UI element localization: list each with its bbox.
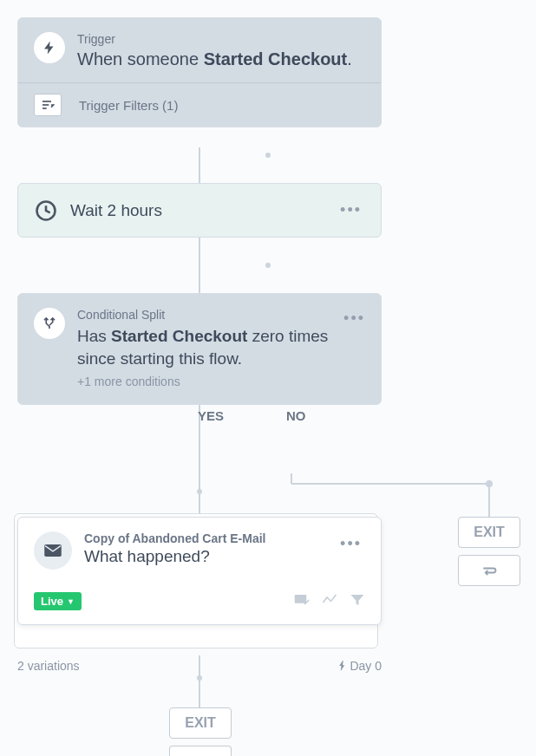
svg-point-1 [197, 675, 202, 681]
connector-dot [265, 263, 271, 268]
email-subject: What happened? [84, 547, 324, 566]
filter-icon [34, 94, 62, 116]
node-partial [169, 746, 232, 756]
email-card[interactable]: Copy of Abandoned Cart E-Mail What happe… [17, 517, 382, 625]
connector-dot [265, 153, 271, 158]
chevron-down-icon: ▼ [67, 597, 75, 606]
day-label: Day 0 [338, 659, 382, 673]
variations-count: 2 variations [17, 659, 80, 673]
exit-node[interactable]: EXIT [458, 517, 520, 548]
email-card-stack[interactable]: Copy of Abandoned Cart E-Mail What happe… [17, 517, 382, 625]
trigger-card[interactable]: Trigger When someone Started Checkout. T… [17, 17, 382, 127]
trigger-label: Trigger [77, 32, 352, 46]
wait-card[interactable]: Wait 2 hours ••• [17, 183, 382, 238]
more-menu[interactable]: ••• [340, 306, 369, 331]
trigger-filters-row[interactable]: Trigger Filters (1) [18, 82, 381, 127]
split-description: Has Started Checkout zero times since st… [77, 325, 365, 369]
email-icon [34, 531, 72, 570]
trigger-filters-label: Trigger Filters (1) [79, 98, 178, 113]
status-badge[interactable]: Live▼ [34, 592, 82, 610]
branch-no-label: NO [286, 408, 306, 423]
split-icon [34, 308, 65, 339]
branch-yes-label: YES [198, 408, 224, 423]
email-name: Copy of Abandoned Cart E-Mail [84, 531, 324, 545]
split-label: Conditional Split [77, 308, 365, 322]
analytics-icon[interactable] [322, 593, 337, 610]
more-menu[interactable]: ••• [337, 531, 365, 557]
bolt-icon [34, 32, 65, 63]
trigger-title: When someone Started Checkout. [77, 48, 352, 70]
connector-dot [197, 489, 202, 494]
clock-icon [34, 199, 58, 223]
svg-point-6 [486, 480, 493, 487]
checkmail-icon[interactable] [294, 593, 310, 610]
svg-rect-12 [295, 595, 307, 603]
more-menu[interactable]: ••• [337, 198, 365, 223]
svg-rect-11 [44, 544, 62, 557]
loop-node[interactable] [458, 555, 520, 586]
split-more-conditions: +1 more conditions [77, 375, 365, 388]
wait-text: Wait 2 hours [70, 201, 324, 220]
exit-node[interactable]: EXIT [169, 707, 232, 739]
funnel-icon[interactable] [350, 593, 365, 610]
conditional-split-card[interactable]: Conditional Split Has Started Checkout z… [17, 293, 382, 405]
